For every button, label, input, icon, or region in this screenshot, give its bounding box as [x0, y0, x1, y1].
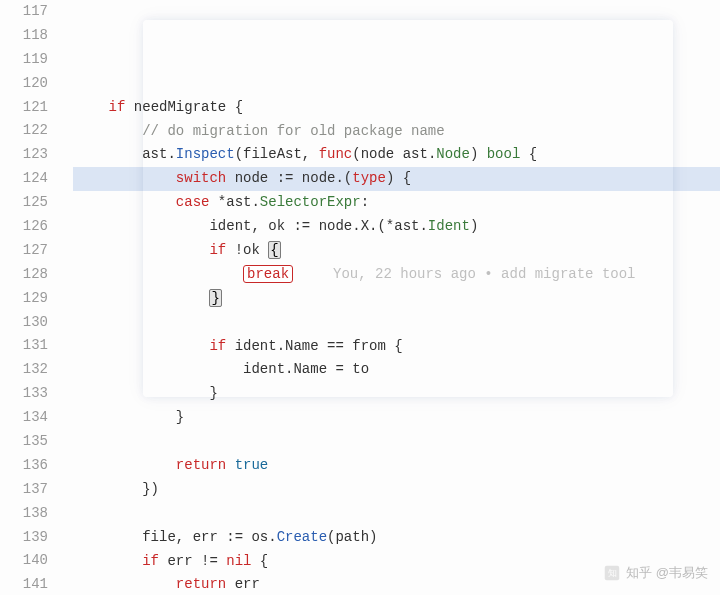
token: if: [209, 242, 226, 258]
line-number: 127: [0, 239, 48, 263]
line-number: 135: [0, 430, 48, 454]
token: }): [142, 481, 159, 497]
line-number: 120: [0, 72, 48, 96]
code-line[interactable]: file, err := os.Create(path): [75, 526, 720, 550]
token: bool: [487, 146, 521, 162]
token: err: [226, 576, 260, 592]
line-number: 124: [0, 167, 48, 191]
token: Create: [277, 529, 327, 545]
git-blame-annotation: You, 22 hours ago • add migrate tool: [293, 266, 635, 282]
token: if: [142, 553, 159, 569]
token: true: [235, 457, 269, 473]
line-number-gutter: 1171181191201211221231241251261271281291…: [0, 0, 73, 595]
token: break: [243, 265, 293, 283]
code-line[interactable]: if !ok {: [75, 239, 720, 263]
token: (fileAst,: [235, 146, 319, 162]
line-number: 133: [0, 382, 48, 406]
code-line[interactable]: breakYou, 22 hours ago • add migrate too…: [75, 263, 720, 287]
line-number: 119: [0, 48, 48, 72]
token: ident, ok := node.X.(*ast.: [209, 218, 427, 234]
line-number: 122: [0, 119, 48, 143]
line-number: 136: [0, 454, 48, 478]
token: nil: [226, 553, 251, 569]
token: ): [470, 146, 487, 162]
token: if: [109, 99, 126, 115]
token: [226, 457, 234, 473]
token: }: [209, 289, 221, 307]
code-editor[interactable]: 1171181191201211221231241251261271281291…: [0, 0, 720, 595]
token: *ast.: [209, 194, 259, 210]
token: return: [176, 457, 226, 473]
token: if: [209, 338, 226, 354]
line-number: 123: [0, 143, 48, 167]
line-number: 132: [0, 358, 48, 382]
code-line[interactable]: }): [75, 478, 720, 502]
code-line[interactable]: [75, 430, 720, 454]
token: Node: [436, 146, 470, 162]
token: ast.: [142, 146, 176, 162]
token: (path): [327, 529, 377, 545]
token: Ident: [428, 218, 470, 234]
token: return: [176, 576, 226, 592]
token: :: [361, 194, 369, 210]
code-line[interactable]: }: [75, 382, 720, 406]
line-number: 129: [0, 287, 48, 311]
code-line[interactable]: if needMigrate {: [75, 96, 720, 120]
token: SelectorExpr: [260, 194, 361, 210]
token: err !=: [159, 553, 226, 569]
token: }: [209, 385, 217, 401]
code-line[interactable]: ident, ok := node.X.(*ast.Ident): [75, 215, 720, 239]
token: !ok: [226, 242, 268, 258]
line-number: 139: [0, 526, 48, 550]
code-line[interactable]: ident.Name = to: [75, 358, 720, 382]
line-number: 134: [0, 406, 48, 430]
line-number: 131: [0, 334, 48, 358]
line-number: 141: [0, 573, 48, 595]
line-number: 125: [0, 191, 48, 215]
code-line[interactable]: }: [75, 406, 720, 430]
token: type: [352, 170, 386, 186]
code-line[interactable]: ast.Inspect(fileAst, func(node ast.Node)…: [75, 143, 720, 167]
token: (node ast.: [352, 146, 436, 162]
token: ident.Name == from {: [226, 338, 402, 354]
code-line[interactable]: // do migration for old package name: [75, 120, 720, 144]
line-number: 121: [0, 96, 48, 120]
token: needMigrate {: [125, 99, 243, 115]
token: }: [176, 409, 184, 425]
code-line[interactable]: if ident.Name == from {: [75, 335, 720, 359]
token: {: [251, 553, 268, 569]
code-line[interactable]: case *ast.SelectorExpr:: [75, 191, 720, 215]
token: ) {: [386, 170, 411, 186]
code-line[interactable]: switch node := node.(type) {: [75, 167, 720, 191]
line-number: 128: [0, 263, 48, 287]
token: case: [176, 194, 210, 210]
token: ): [470, 218, 478, 234]
token: switch: [176, 170, 226, 186]
code-line[interactable]: return err: [75, 573, 720, 595]
token: // do migration for old package name: [142, 123, 444, 139]
line-number: 138: [0, 502, 48, 526]
line-number: 130: [0, 311, 48, 335]
token: node := node.(: [226, 170, 352, 186]
token: file, err := os.: [142, 529, 276, 545]
code-line[interactable]: return true: [75, 454, 720, 478]
token: {: [268, 241, 280, 259]
line-number: 117: [0, 0, 48, 24]
line-number: 118: [0, 24, 48, 48]
code-line[interactable]: [75, 502, 720, 526]
code-line[interactable]: }: [75, 287, 720, 311]
code-area[interactable]: if needMigrate { // do migration for old…: [73, 0, 720, 595]
token: {: [520, 146, 537, 162]
token: func: [319, 146, 353, 162]
token: Inspect: [176, 146, 235, 162]
code-line[interactable]: if err != nil {: [75, 550, 720, 574]
token: ident.Name = to: [243, 361, 369, 377]
line-number: 137: [0, 478, 48, 502]
line-number: 140: [0, 549, 48, 573]
code-line[interactable]: [75, 311, 720, 335]
line-number: 126: [0, 215, 48, 239]
